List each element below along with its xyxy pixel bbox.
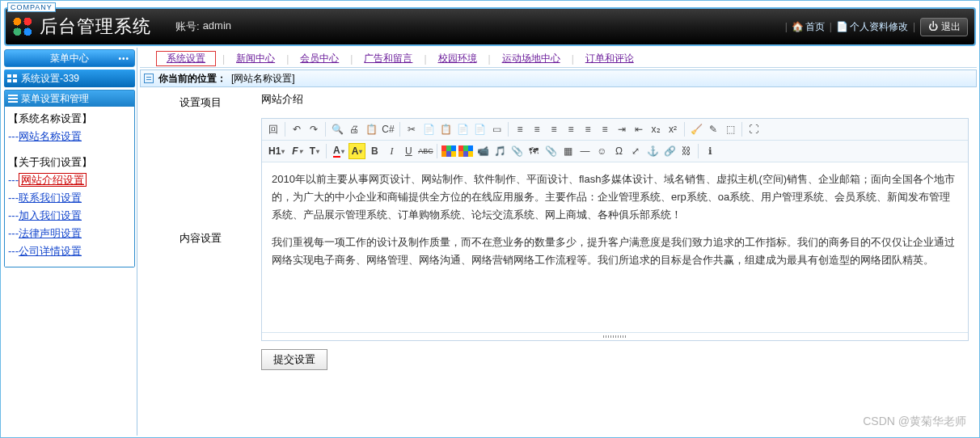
orderedlist-button[interactable]: ≡ <box>580 121 596 137</box>
grid-icon <box>7 74 17 82</box>
selectall-button[interactable]: ▭ <box>488 121 505 137</box>
sidebar-section-system[interactable]: 系统设置-339 <box>4 69 135 87</box>
sidebar-item-legal[interactable]: 法律声明设置 <box>19 227 82 239</box>
menu-dots-icon[interactable]: ••• <box>118 54 129 63</box>
template-button[interactable]: 📋 <box>363 121 379 137</box>
forecolor-dropdown[interactable]: A▾ <box>330 143 348 159</box>
heading-dropdown[interactable]: H1▾ <box>265 143 288 159</box>
unorderedlist-button[interactable]: ≡ <box>597 121 613 137</box>
source-button[interactable]: 回 <box>265 121 281 137</box>
justifyfull-button[interactable]: ≡ <box>563 121 579 137</box>
tab-system[interactable]: 系统设置 <box>162 53 210 64</box>
code-button[interactable]: C# <box>380 121 396 137</box>
content-para-2: 我们重视每一项工作的设计及制作质量，而不在意业务的数量多少，提升客户满意度是我们… <box>272 234 958 269</box>
removeformat-button[interactable]: 🧹 <box>688 121 704 137</box>
sep: | <box>784 21 789 32</box>
logout-button[interactable]: ⏻退出 <box>920 18 968 36</box>
superscript-button[interactable]: x² <box>665 121 681 137</box>
sidebar-group-systemname: 【系统名称设置】 <box>8 110 131 128</box>
tab-member[interactable]: 会员中心 <box>295 52 344 65</box>
media-button[interactable]: 🎵 <box>492 143 508 159</box>
home-link[interactable]: 🏠首页 <box>792 20 825 34</box>
copy-button[interactable]: 📄 <box>420 121 437 137</box>
preview-button[interactable]: 🔍 <box>329 121 345 137</box>
strikethrough-button[interactable]: ABC <box>417 143 433 159</box>
account-display: 账号: admin <box>175 19 231 34</box>
submit-button[interactable]: 提交设置 <box>261 349 327 370</box>
link-button[interactable]: 🔗 <box>661 143 678 159</box>
bold-button[interactable]: B <box>366 143 382 159</box>
sidebar-item-joinus[interactable]: 加入我们设置 <box>19 209 82 221</box>
justifyright-button[interactable]: ≡ <box>546 121 562 137</box>
image-icon <box>441 145 456 157</box>
profile-link[interactable]: 📄个人资料修改 <box>837 20 908 34</box>
emoticons-button[interactable]: ☺ <box>593 143 610 159</box>
editor-resize-handle[interactable] <box>262 332 968 340</box>
pasteword-button[interactable]: 📄 <box>471 121 488 137</box>
label-setting-item: 设置项目 <box>140 92 261 110</box>
sidebar: 菜单中心••• 系统设置-339 菜单设置和管理 【系统名称设置】 ---网站名… <box>1 48 137 436</box>
top-tabs: 系统设置 |新闻中心 |会员中心 |广告和留言 |校园环境 |运动场地中心 |订… <box>140 50 977 68</box>
print-button[interactable]: 🖨 <box>346 121 362 137</box>
quickformat-button[interactable]: ✎ <box>705 121 721 137</box>
sidebar-item-contactus[interactable]: 联系我们设置 <box>19 192 82 204</box>
backcolor-dropdown[interactable]: A▾ <box>348 143 366 159</box>
indent-button[interactable]: ⇥ <box>614 121 630 137</box>
editor-toolbar-row1: 回 ↶ ↷ 🔍 🖨 📋 C# ✂ 📄 📋 📄 📄 ▭ ≡ ≡ ≡ <box>262 119 968 141</box>
list-icon <box>8 95 18 103</box>
cut-button[interactable]: ✂ <box>403 121 420 137</box>
image-button[interactable] <box>441 143 457 159</box>
editor-content[interactable]: 2010年以前主要从事网页设计、网站制作、软件制作、平面设计、flash多媒体设… <box>262 162 968 332</box>
about-button[interactable]: ℹ <box>702 143 718 159</box>
subscript-button[interactable]: x₂ <box>648 121 664 137</box>
app-title: 后台管理系统 <box>40 15 151 39</box>
pasteplain-button[interactable]: 📄 <box>454 121 471 137</box>
attachment-button[interactable]: 📎 <box>543 143 559 159</box>
paste-button[interactable]: 📋 <box>437 121 454 137</box>
table-button[interactable]: ▦ <box>560 143 576 159</box>
page-icon <box>144 74 154 83</box>
account-label: 账号: <box>175 19 200 34</box>
unlink-button[interactable]: ⛓ <box>678 143 695 159</box>
map-button[interactable]: 🗺 <box>526 143 542 159</box>
tab-news[interactable]: 新闻中心 <box>231 52 280 65</box>
menu-center-header[interactable]: 菜单中心••• <box>4 49 135 67</box>
profile-icon: 📄 <box>837 21 848 32</box>
sidebar-item-sitename[interactable]: 网站名称设置 <box>19 130 82 142</box>
justifycenter-button[interactable]: ≡ <box>529 121 545 137</box>
flash-button[interactable]: 📹 <box>475 143 491 159</box>
logo-icon <box>12 16 33 37</box>
sidebar-item-siteintro[interactable]: 网站介绍设置 <box>19 173 87 187</box>
justifyleft-button[interactable]: ≡ <box>512 121 528 137</box>
editor-toolbar-row2: H1▾ F▾ T▾ A▾ A▾ B I U ABC 📹 🎵 📎 🗺 📎 ▦ — <box>262 141 968 162</box>
specialchar-button[interactable]: Ω <box>610 143 627 159</box>
insertfile-button[interactable]: 📎 <box>509 143 525 159</box>
italic-button[interactable]: I <box>383 143 399 159</box>
redo-button[interactable]: ↷ <box>306 121 322 137</box>
fontsize-dropdown[interactable]: T▾ <box>306 143 323 159</box>
breadcrumb: 你当前的位置： [网站名称设置] <box>140 69 977 87</box>
hr-button[interactable]: — <box>577 143 593 159</box>
label-content: 内容设置 <box>140 118 261 370</box>
outdent-button[interactable]: ⇤ <box>631 121 647 137</box>
watermark: CSDN @黄菊华老师 <box>863 415 966 429</box>
undo-button[interactable]: ↶ <box>289 121 305 137</box>
sidebar-item-companydetail[interactable]: 公司详情设置 <box>19 245 82 257</box>
account-value: admin <box>203 19 231 34</box>
pagebreak-button[interactable]: ⤢ <box>627 143 644 159</box>
tab-sports[interactable]: 运动场地中心 <box>497 52 565 65</box>
fullscreen-button[interactable]: ⛶ <box>746 121 762 137</box>
underline-button[interactable]: U <box>400 143 416 159</box>
sep: | <box>828 21 834 32</box>
sep: | <box>911 21 917 32</box>
tab-campus[interactable]: 校园环境 <box>433 52 482 65</box>
tab-ads[interactable]: 广告和留言 <box>359 52 417 65</box>
home-icon: 🏠 <box>792 21 804 32</box>
multiimage-button[interactable] <box>458 143 474 159</box>
selectarrow-button[interactable]: ⬚ <box>722 121 738 137</box>
anchor-button[interactable]: ⚓ <box>644 143 661 159</box>
tab-orders[interactable]: 订单和评论 <box>581 52 639 65</box>
sidebar-box-header[interactable]: 菜单设置和管理 <box>5 91 134 107</box>
main-area: 系统设置 |新闻中心 |会员中心 |广告和留言 |校园环境 |运动场地中心 |订… <box>137 48 979 436</box>
fontfamily-dropdown[interactable]: F▾ <box>289 143 305 159</box>
